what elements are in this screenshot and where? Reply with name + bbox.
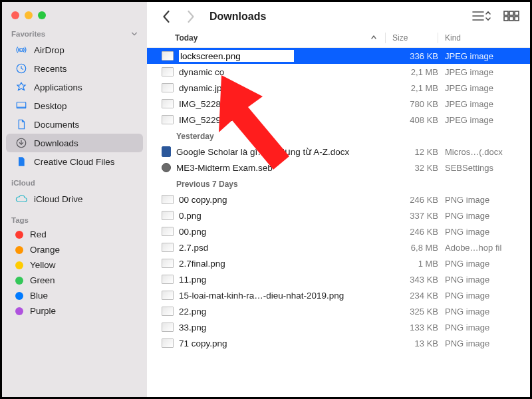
file-row[interactable]: dynamic.jpg2,1 MBJPEG image [147,80,530,96]
tag-color-dot [15,261,23,269]
file-size: 408 KB [393,115,445,125]
rename-input[interactable] [179,50,294,62]
file-row[interactable]: 2.7.psd6,8 MBAdobe…hop fil [147,239,530,255]
file-size: 2,1 MB [393,83,445,93]
column-size-header[interactable]: Size [392,33,438,43]
file-kind: Adobe…hop fil [445,243,519,253]
file-kind: PNG image [445,227,519,237]
file-row[interactable]: 336 KBJPEG image [147,48,530,64]
sidebar-item-documents[interactable]: Documents [6,115,143,134]
file-thumbnail-icon [162,195,174,204]
file-thumbnail-icon [162,146,171,157]
zoom-window-button[interactable] [38,11,46,19]
sidebar-section-tags-header[interactable]: Tags [2,215,147,227]
toolbar: Downloads [147,2,530,30]
file-list[interactable]: 336 KBJPEG imagedynamic co2,1 MBJPEG ima… [147,48,530,397]
file-size: 1 MB [393,259,445,269]
sidebar-item-recents[interactable]: Recents [6,59,143,78]
sidebar-item-label: iCloud Drive [34,194,83,204]
tag-yellow[interactable]: Yellow [6,257,143,273]
file-row[interactable]: 15-loai-mat-kinh-ra…-dieu-nhat-2019.png2… [147,287,530,303]
file-row[interactable]: Google Scholar là gì…sử dụng từ A-Z.docx… [147,144,530,160]
file-kind: PNG image [445,211,519,221]
view-gallery-button[interactable] [503,11,519,23]
tag-blue[interactable]: Blue [6,288,143,303]
column-kind-header[interactable]: Kind [445,33,519,43]
file-row[interactable]: 11.png343 KBPNG image [147,271,530,287]
file-name: ME3-Midterm Exam.seb [176,163,393,173]
file-thumbnail-icon [162,291,174,300]
file-row[interactable]: IMG_5228.JPG780 KBJPEG image [147,96,530,112]
file-kind: PNG image [445,275,519,285]
file-size: 336 KB [393,51,445,61]
sidebar-item-airdrop[interactable]: AirDrop [6,41,143,59]
file-name: IMG_5228.JPG [179,99,393,109]
sidebar-item-desktop[interactable]: Desktop [6,96,143,115]
file-thumbnail-icon [162,275,174,284]
group-header: Previous 7 Days [147,176,530,192]
file-thumbnail-icon [162,163,171,172]
file-name: dynamic.jpg [179,83,393,93]
sidebar-item-label: Desktop [34,101,67,111]
file-kind: JPEG image [445,115,519,125]
file-row[interactable]: IMG_5229.JPG408 KBJPEG image [147,112,530,128]
tag-green[interactable]: Green [6,273,143,288]
file-row[interactable]: ME3-Midterm Exam.seb32 KBSEBSettings [147,160,530,176]
tag-purple[interactable]: Purple [6,303,143,319]
file-kind: JPEG image [445,51,519,61]
file-name: IMG_5229.JPG [179,115,393,125]
tag-color-dot [15,246,23,254]
file-size: 6,8 MB [393,243,445,253]
cloud-icon [15,193,27,205]
file-name: 22.png [179,307,393,317]
tag-red[interactable]: Red [6,227,143,242]
view-list-button[interactable] [471,10,491,24]
tag-label: Orange [30,245,60,255]
file-row[interactable]: 00 copy.png246 KBPNG image [147,192,530,207]
window-controls [2,9,147,29]
forward-button[interactable] [183,9,198,25]
file-row[interactable]: 2.7final.png1 MBPNG image [147,255,530,271]
file-thumbnail-icon [162,259,174,268]
file-size: 325 KB [393,307,445,317]
sidebar-section-label: Tags [11,216,29,224]
file-row[interactable]: 33.png133 KBPNG image [147,319,530,335]
sidebar-item-applications[interactable]: Applications [6,78,143,96]
sidebar-item-icloud-drive[interactable]: iCloud Drive [6,190,143,208]
file-row[interactable]: 0.png337 KBPNG image [147,207,530,223]
svg-rect-10 [504,11,508,15]
file-size: 133 KB [393,323,445,332]
group-header: Yesterday [147,128,530,144]
file-row[interactable]: dynamic co2,1 MBJPEG image [147,64,530,80]
tag-orange[interactable]: Orange [6,242,143,257]
back-button[interactable] [159,9,174,25]
sidebar-item-downloads[interactable]: Downloads [6,134,143,152]
column-label: Today [175,33,198,43]
svg-point-0 [20,49,23,52]
sidebar-section-favorites-header[interactable]: Favorites [2,29,147,41]
file-name: 33.png [179,323,393,332]
file-name: 0.png [179,211,393,221]
file-row[interactable]: 22.png325 KBPNG image [147,303,530,319]
minimize-window-button[interactable] [25,11,33,19]
tag-label: Yellow [30,260,56,270]
sidebar-item-label: Recents [34,64,67,74]
close-window-button[interactable] [11,11,19,19]
file-thumbnail-icon [162,323,174,332]
sidebar-item-creative-cloud[interactable]: Creative Cloud Files [6,152,143,171]
file-kind: JPEG image [445,83,519,93]
sidebar-section-label: Favorites [11,30,45,38]
file-name: 11.png [179,275,393,285]
file-kind: PNG image [445,291,519,301]
tag-color-dot [15,292,23,300]
file-thumbnail-icon [162,67,174,76]
sidebar: Favorites AirDrop Recents Applications [2,2,147,397]
sidebar-item-label: Applications [34,82,82,92]
file-row[interactable]: 00.png246 KBPNG image [147,223,530,239]
column-name-header[interactable]: Today [175,33,385,43]
clock-icon [15,63,27,74]
svg-rect-15 [515,17,519,21]
sidebar-section-icloud-header[interactable]: iCloud [2,178,147,190]
file-row[interactable]: 71 copy.png13 KBPNG image [147,335,530,351]
file-size: 13 KB [393,338,445,348]
